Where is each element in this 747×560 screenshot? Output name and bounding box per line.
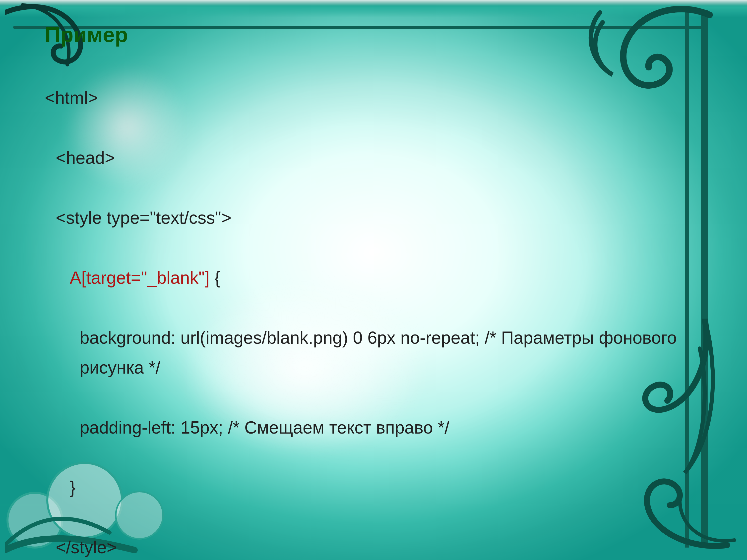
- slide-content: Пример <html> <head> <style type="text/c…: [45, 22, 692, 560]
- code-line: background: url(images/blank.png) 0 6px …: [45, 323, 692, 383]
- code-line: }: [45, 472, 75, 502]
- slide-title: Пример: [45, 22, 692, 47]
- code-line: <style type="text/css">: [45, 203, 231, 233]
- code-block: <html> <head> <style type="text/css"> A[…: [45, 53, 692, 560]
- slide: Пример <html> <head> <style type="text/c…: [0, 0, 747, 560]
- code-line: <head>: [45, 143, 115, 173]
- css-selector: A[target="_blank"]: [70, 268, 209, 288]
- code-line: <html>: [45, 88, 98, 108]
- code-line: padding-left: 15px; /* Смещаем текст впр…: [45, 412, 449, 443]
- code-text: {: [209, 268, 220, 288]
- code-line: </style>: [45, 532, 117, 560]
